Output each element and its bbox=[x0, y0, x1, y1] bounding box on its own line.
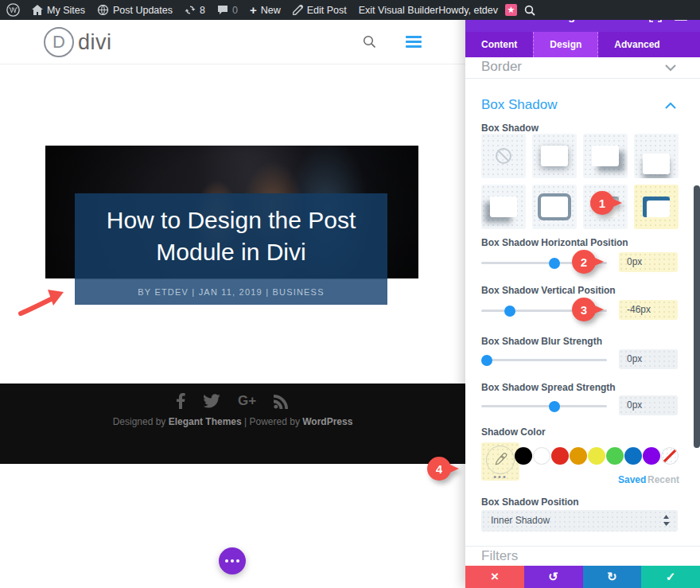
updates-count: 8 bbox=[200, 5, 205, 16]
star-icon: ★ bbox=[508, 5, 515, 15]
site-header: D divi bbox=[0, 20, 465, 64]
shadow-color-label: Shadow Color bbox=[481, 426, 546, 438]
screen: My Sites Post Updates 8 0 + New Edit Pos… bbox=[0, 0, 700, 588]
preset-shadow-inner-top-left-selected[interactable] bbox=[634, 185, 679, 229]
swatch-orange[interactable] bbox=[570, 447, 587, 465]
select-stepper-icon bbox=[663, 515, 670, 526]
blur-strength-label: Box Shadow Blur Strength bbox=[481, 336, 602, 347]
panel-tabs: Content Design Advanced bbox=[465, 32, 700, 57]
blur-strength-input[interactable]: 0px bbox=[619, 349, 678, 369]
swatch-transparent[interactable] bbox=[661, 447, 679, 465]
new-label: New bbox=[261, 5, 281, 16]
tab-design[interactable]: Design bbox=[533, 32, 598, 57]
horizontal-position-input[interactable]: 0px bbox=[619, 252, 678, 272]
preset-no-shadow[interactable] bbox=[481, 134, 526, 178]
tab-advanced[interactable]: Advanced bbox=[598, 32, 675, 57]
spread-strength-label: Box Shadow Spread Strength bbox=[481, 382, 616, 393]
post-meta-text: BY ETDEV | JAN 11, 2019 | BUSINESS bbox=[138, 287, 324, 297]
post-updates-menu[interactable]: Post Updates bbox=[97, 5, 173, 16]
recent-colors-tab[interactable]: Recent bbox=[648, 474, 679, 485]
site-icon bbox=[97, 5, 109, 15]
vertical-position-input[interactable]: -46px bbox=[619, 300, 678, 320]
avatar[interactable]: ★ bbox=[505, 4, 517, 16]
box-shadow-presets-label: Box Shadow bbox=[481, 123, 539, 134]
annotation-marker-3: 3 bbox=[572, 298, 596, 321]
scrollbar-thumb[interactable] bbox=[694, 185, 700, 448]
box-shadow-position-select[interactable]: Inner Shadow bbox=[481, 510, 678, 532]
tab-content[interactable]: Content bbox=[465, 32, 533, 57]
horizontal-slider-handle[interactable] bbox=[549, 258, 560, 269]
horizontal-position-label: Box Shadow Horizontal Position bbox=[481, 237, 628, 248]
updates-menu[interactable]: 8 bbox=[185, 5, 205, 16]
chevron-up-icon[interactable] bbox=[665, 102, 676, 109]
comments-menu[interactable]: 0 bbox=[217, 5, 238, 16]
more-colors-dots[interactable]: ••• bbox=[481, 473, 519, 481]
spread-strength-slider[interactable] bbox=[481, 405, 607, 407]
discard-button[interactable]: × bbox=[465, 566, 524, 588]
site-footer: G+ Designed by Elegant Themes | Powered … bbox=[0, 384, 465, 464]
wordpress-link[interactable]: WordPress bbox=[302, 416, 352, 427]
site-search-icon[interactable] bbox=[363, 35, 376, 52]
updates-icon bbox=[185, 5, 196, 15]
spread-slider-handle[interactable] bbox=[549, 401, 560, 412]
blur-slider-handle[interactable] bbox=[481, 355, 492, 366]
twitter-icon[interactable] bbox=[203, 392, 220, 410]
page-settings-button[interactable] bbox=[219, 547, 246, 574]
howdy-label: Howdy, etdev bbox=[438, 5, 498, 16]
site-logo[interactable]: D divi bbox=[44, 27, 112, 57]
annotation-arrow bbox=[18, 285, 67, 318]
redo-button[interactable]: ↻ bbox=[583, 566, 642, 588]
swatch-red[interactable] bbox=[551, 447, 569, 465]
swatch-green[interactable] bbox=[606, 447, 624, 465]
preset-shadow-bottom-right[interactable] bbox=[583, 134, 628, 178]
exit-visual-builder-menu[interactable]: Exit Visual Builder bbox=[359, 5, 439, 16]
social-links: G+ bbox=[0, 384, 465, 410]
preset-shadow-bottom[interactable] bbox=[634, 134, 679, 178]
elegant-themes-link[interactable]: Elegant Themes bbox=[169, 416, 242, 427]
swatch-white[interactable] bbox=[533, 447, 550, 465]
comments-count: 0 bbox=[232, 5, 238, 16]
my-sites-menu[interactable]: My Sites bbox=[32, 5, 85, 16]
annotation-marker-4: 4 bbox=[427, 457, 451, 481]
swatch-blue[interactable] bbox=[624, 447, 642, 465]
panel-action-bar: × ↺ ↻ ✓ bbox=[465, 566, 700, 588]
saved-colors-tab[interactable]: Saved bbox=[618, 474, 646, 485]
save-button[interactable]: ✓ bbox=[641, 566, 700, 588]
howdy-account-menu[interactable]: Howdy, etdev bbox=[438, 5, 498, 16]
section-filters[interactable]: Filters bbox=[481, 548, 518, 564]
undo-button[interactable]: ↺ bbox=[524, 566, 583, 588]
rss-icon[interactable] bbox=[274, 392, 289, 410]
chevron-down-icon[interactable] bbox=[665, 64, 676, 72]
post-title-box[interactable]: How to Design the Post Module in Divi bbox=[75, 193, 387, 279]
swatch-yellow[interactable] bbox=[588, 447, 605, 465]
section-box-shadow[interactable]: Box Shadow bbox=[481, 97, 557, 113]
blur-strength-slider[interactable] bbox=[481, 359, 607, 361]
google-plus-icon[interactable]: G+ bbox=[238, 392, 256, 410]
annotation-marker-2: 2 bbox=[572, 250, 596, 274]
swatch-black[interactable] bbox=[515, 447, 532, 465]
preset-shadow-center[interactable] bbox=[532, 134, 577, 178]
eyedropper-icon bbox=[494, 453, 508, 466]
preset-shadow-ring[interactable] bbox=[532, 185, 577, 229]
box-shadow-position-label: Box Shadow Position bbox=[481, 496, 579, 508]
new-menu[interactable]: + New bbox=[250, 3, 281, 17]
facebook-icon[interactable] bbox=[177, 392, 185, 410]
section-border[interactable]: Border bbox=[481, 59, 522, 75]
custom-color-button[interactable]: ••• bbox=[481, 442, 519, 481]
wordpress-logo-icon[interactable] bbox=[6, 3, 20, 17]
annotation-marker-1: 1 bbox=[590, 191, 614, 215]
vertical-position-label: Box Shadow Vertical Position bbox=[481, 285, 616, 296]
edit-post-menu[interactable]: Edit Post bbox=[293, 5, 347, 16]
box-shadow-presets bbox=[481, 134, 679, 229]
swatch-purple[interactable] bbox=[643, 447, 660, 465]
spread-strength-input[interactable]: 0px bbox=[619, 395, 678, 415]
vertical-slider-handle[interactable] bbox=[504, 306, 515, 317]
exit-visual-builder-label: Exit Visual Builder bbox=[359, 5, 439, 16]
edit-post-label: Edit Post bbox=[307, 5, 347, 16]
post-meta-bar: BY ETDEV | JAN 11, 2019 | BUSINESS bbox=[75, 279, 387, 305]
preset-shadow-bottom-left[interactable] bbox=[481, 185, 526, 229]
admin-search-icon[interactable] bbox=[524, 5, 535, 16]
plus-icon: + bbox=[250, 3, 257, 17]
footer-credit: Designed by Elegant Themes | Powered by … bbox=[0, 416, 465, 427]
menu-hamburger-icon[interactable] bbox=[406, 36, 422, 50]
